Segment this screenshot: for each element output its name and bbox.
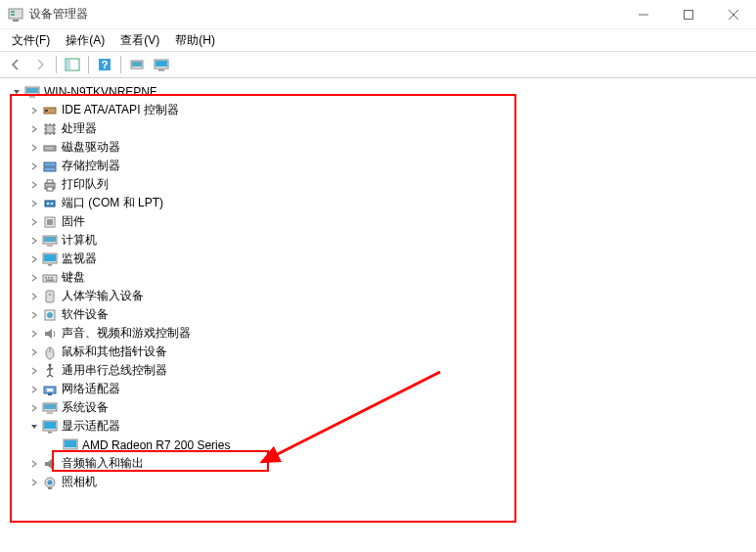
svg-point-49 [49, 363, 52, 366]
tree-item[interactable]: IDE ATA/ATAPI 控制器 [6, 101, 756, 119]
chevron-right-icon[interactable] [27, 178, 41, 192]
tree-item-label: 监视器 [62, 251, 97, 267]
titlebar: 设备管理器 [0, 0, 756, 29]
monitor-icon [42, 252, 58, 267]
tree-item[interactable]: 网络适配器 [6, 380, 756, 398]
tree-item-label: 显示适配器 [62, 418, 120, 435]
tree-root[interactable]: WIN-N9TKVNREPNF [6, 82, 756, 101]
computer-icon [42, 233, 58, 249]
chevron-right-icon[interactable] [27, 234, 41, 248]
tree-item[interactable]: 通用串行总线控制器 [6, 361, 756, 380]
chevron-right-icon[interactable] [27, 383, 41, 396]
tree-item[interactable]: 存储控制器 [6, 157, 756, 175]
svg-rect-43 [46, 291, 54, 302]
svg-rect-1 [13, 20, 19, 22]
tree-item-label: 照相机 [62, 474, 97, 490]
tree-item[interactable]: 处理器 [6, 119, 756, 138]
chevron-down-icon[interactable] [10, 85, 23, 99]
chevron-right-icon[interactable] [27, 457, 41, 471]
tree-item[interactable]: 磁盘驱动器 [6, 138, 756, 157]
tree-item-label: IDE ATA/ATAPI 控制器 [62, 102, 179, 118]
svg-point-46 [47, 312, 53, 318]
svg-rect-12 [156, 61, 167, 67]
tree-item[interactable]: 监视器 [6, 250, 756, 268]
svg-rect-18 [45, 110, 48, 112]
tree-item[interactable]: 照相机 [6, 473, 756, 491]
tree-item[interactable]: 固件 [6, 212, 756, 231]
window-controls [621, 0, 756, 29]
tree-item[interactable]: 系统设备 [6, 398, 756, 417]
chevron-right-icon[interactable] [27, 104, 41, 117]
chevron-down-icon[interactable] [27, 420, 41, 434]
tree-item-label: 音频输入和输出 [62, 455, 144, 472]
chevron-right-icon[interactable] [27, 253, 41, 266]
svg-rect-55 [47, 412, 53, 414]
svg-rect-36 [44, 254, 56, 261]
chevron-right-icon[interactable] [27, 290, 41, 303]
camera-icon [42, 475, 58, 490]
svg-rect-54 [44, 404, 56, 409]
storage-icon [42, 159, 58, 174]
chevron-right-icon[interactable] [27, 308, 41, 322]
tree-item-label: 处理器 [62, 120, 97, 137]
chevron-right-icon[interactable] [27, 215, 41, 229]
tree-item[interactable]: 显示适配器 [6, 417, 756, 436]
keyboard-icon [42, 270, 58, 286]
show-hide-console-button[interactable] [61, 54, 84, 75]
chevron-right-icon[interactable] [27, 345, 41, 359]
svg-rect-57 [44, 422, 56, 429]
tree-item-label: 磁盘驱动器 [62, 139, 120, 156]
minimize-button[interactable] [621, 0, 666, 29]
chevron-right-icon[interactable] [27, 271, 41, 285]
disk-icon [42, 140, 58, 156]
svg-rect-25 [47, 180, 53, 183]
chevron-right-icon[interactable] [27, 160, 41, 173]
tree-item-label: 端口 (COM 和 LPT) [62, 195, 163, 211]
menu-view[interactable]: 查看(V) [112, 30, 167, 51]
tree-item[interactable]: 端口 (COM 和 LPT) [6, 194, 756, 212]
tree-item[interactable]: 人体学输入设备 [6, 287, 756, 305]
chevron-right-icon[interactable] [27, 141, 41, 155]
tree-item[interactable]: 打印队列 [6, 175, 756, 194]
device-tree[interactable]: WIN-N9TKVNREPNF IDE ATA/ATAPI 控制器 处理器 磁盘… [0, 78, 756, 501]
chevron-right-icon[interactable] [27, 476, 41, 489]
svg-rect-26 [47, 187, 53, 191]
print-icon [42, 177, 58, 193]
close-button[interactable] [711, 0, 756, 29]
chevron-right-icon[interactable] [27, 122, 41, 136]
forward-button[interactable] [28, 54, 52, 75]
svg-point-29 [51, 203, 53, 205]
chevron-right-icon[interactable] [27, 197, 41, 210]
hid-icon [42, 289, 58, 304]
tree-item-label: 网络适配器 [62, 381, 120, 397]
usb-icon [42, 363, 58, 379]
menu-file[interactable]: 文件(F) [4, 30, 58, 51]
menu-help[interactable]: 帮助(H) [167, 30, 223, 51]
chevron-right-icon[interactable] [27, 327, 41, 341]
device-monitor-button[interactable] [150, 54, 173, 75]
tree-item-label: 键盘 [62, 269, 85, 286]
back-button[interactable] [4, 54, 27, 75]
svg-rect-22 [44, 162, 56, 166]
svg-rect-60 [65, 440, 76, 447]
scan-hardware-button[interactable] [125, 54, 149, 75]
help-button[interactable]: ? [93, 54, 116, 75]
svg-rect-58 [48, 432, 52, 434]
mouse-icon [42, 345, 58, 360]
tree-item[interactable]: 键盘 [6, 268, 756, 287]
tree-item[interactable]: 音频输入和输出 [6, 454, 756, 473]
svg-rect-13 [158, 69, 164, 71]
maximize-button[interactable] [666, 0, 711, 29]
tree-item-label: 声音、视频和游戏控制器 [62, 325, 191, 342]
tree-item[interactable]: 声音、视频和游戏控制器 [6, 324, 756, 343]
chevron-right-icon[interactable] [27, 364, 41, 378]
tree-item[interactable]: 软件设备 [6, 305, 756, 324]
menu-action[interactable]: 操作(A) [58, 30, 112, 51]
svg-rect-34 [47, 245, 53, 247]
tree-item[interactable]: 计算机 [6, 231, 756, 250]
toolbar-separator [120, 56, 121, 73]
tree-item[interactable]: 鼠标和其他指针设备 [6, 343, 756, 361]
chevron-right-icon[interactable] [27, 401, 41, 415]
svg-rect-64 [48, 487, 52, 489]
tree-child-item[interactable]: AMD Radeon R7 200 Series [6, 436, 756, 454]
